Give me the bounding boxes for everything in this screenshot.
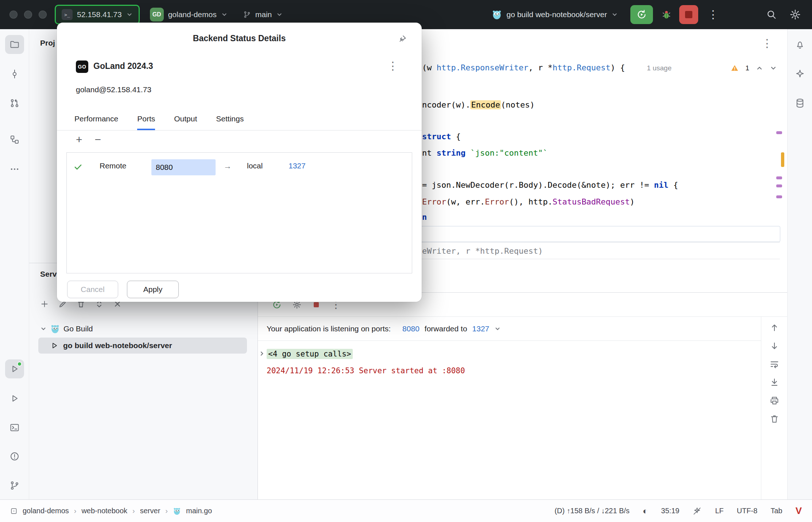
fold-chevron-icon[interactable] — [259, 350, 265, 357]
tab-ports[interactable]: Ports — [137, 114, 155, 130]
structure-icon — [9, 135, 20, 145]
remove-port-icon[interactable]: − — [95, 134, 101, 145]
run-toolwindow: ⋮ Your application is listening on ports… — [258, 292, 787, 499]
project-widget[interactable]: GD goland-demos — [146, 5, 231, 24]
add-port-icon[interactable]: + — [76, 134, 82, 145]
chevron-up-icon[interactable] — [756, 65, 763, 72]
tree-node-go-build[interactable]: Go Build — [40, 321, 93, 337]
code-segment: http.Request — [553, 63, 611, 72]
play-icon — [9, 393, 20, 404]
trash-icon[interactable] — [769, 414, 780, 424]
maximize-window-button[interactable] — [39, 11, 47, 19]
execute-toolwindow-button[interactable] — [5, 389, 24, 408]
arrow-up-icon[interactable] — [769, 323, 780, 333]
project-name: goland-demos — [168, 10, 217, 19]
code-line: = json.NewDecoder(r.Body).Decode(&note);… — [422, 177, 678, 193]
caret-position-widget[interactable]: 35:19 — [661, 507, 679, 515]
port-forwarding-row[interactable]: Remote → local 1327 — [67, 159, 412, 176]
gopher-icon — [50, 324, 60, 334]
tree-item-label: go build web-notebook/server — [63, 341, 172, 350]
indent-widget[interactable]: Tab — [770, 507, 782, 515]
popup-more-icon[interactable]: ⋮ — [387, 61, 398, 71]
console-folded-region[interactable]: <4 go setup calls> — [267, 346, 353, 362]
run-configuration-widget[interactable]: go build web-notebook/server — [488, 5, 622, 24]
forwarded-label: forwarded to — [425, 324, 467, 333]
more-dots-icon — [9, 164, 20, 174]
code-segment: nil — [654, 180, 669, 190]
rerun-button[interactable] — [630, 5, 653, 24]
chevron-down-icon[interactable] — [494, 326, 501, 332]
pin-icon[interactable] — [398, 34, 407, 44]
running-status-dot — [17, 362, 22, 366]
close-window-button[interactable] — [9, 11, 18, 19]
code-segment: nt — [422, 148, 437, 157]
line-separator-widget[interactable]: LF — [715, 507, 723, 515]
add-icon[interactable] — [40, 300, 49, 308]
console-side-toolbar — [761, 317, 787, 499]
commit-icon — [9, 69, 20, 79]
account-label: goland@52.158.41.73 — [76, 85, 151, 94]
transfer-rate-widget[interactable]: (D) ↑158 B/s / ↓221 B/s — [554, 507, 630, 515]
apply-button[interactable]: Apply — [127, 281, 179, 298]
print-icon[interactable] — [769, 396, 780, 406]
ai-assistant-button[interactable] — [793, 67, 807, 81]
stop-button[interactable] — [679, 5, 698, 24]
code-segment: = json.NewDecoder(r.Body).Decode(&note);… — [422, 180, 654, 190]
stop-icon — [685, 11, 692, 18]
database-icon — [795, 98, 805, 108]
cancel-button[interactable]: Cancel — [67, 281, 118, 298]
remote-host-widget[interactable]: >_ 52.158.41.73 — [55, 5, 140, 24]
chevron-down-icon[interactable] — [770, 65, 777, 72]
backend-status-popup: Backend Status Details GO GoLand 2024.3 … — [57, 23, 422, 302]
remote-port-input[interactable] — [151, 159, 216, 175]
project-toolwindow-button[interactable] — [5, 35, 24, 54]
version-control-toolwindow-button[interactable] — [5, 476, 24, 495]
code-segment: (w, err. — [446, 197, 485, 206]
terminal-toolwindow-button[interactable] — [5, 418, 24, 437]
ideavim-icon[interactable]: V — [796, 505, 802, 517]
breadcrumb-item[interactable]: goland-demos — [23, 507, 69, 515]
breadcrumb-separator: › — [74, 507, 77, 515]
branch-widget[interactable]: main — [239, 5, 287, 24]
pull-requests-toolwindow-button[interactable] — [5, 94, 24, 113]
contrast-icon[interactable]: ◐ — [643, 506, 648, 516]
structure-toolwindow-button[interactable] — [5, 130, 24, 149]
commit-toolwindow-button[interactable] — [5, 65, 24, 83]
console-output[interactable]: <4 go setup calls> 2024/11/19 12:26:53 S… — [258, 341, 761, 499]
minimize-window-button[interactable] — [24, 11, 32, 19]
tab-settings[interactable]: Settings — [216, 114, 244, 130]
git-branch-icon — [9, 480, 20, 491]
more-toolwindows-button[interactable] — [5, 160, 24, 179]
breadcrumb-file[interactable]: main.go — [186, 507, 212, 515]
arrow-right-icon: → — [224, 161, 232, 171]
debug-button[interactable] — [661, 9, 672, 20]
tree-item-run-config[interactable]: go build web-notebook/server — [38, 338, 247, 354]
settings-gear-icon[interactable] — [789, 9, 801, 20]
window-controls — [9, 11, 47, 19]
tab-output[interactable]: Output — [174, 114, 197, 130]
ai-status-icon[interactable] — [692, 506, 702, 516]
soft-wrap-icon[interactable] — [769, 359, 780, 369]
tab-performance[interactable]: Performance — [74, 114, 118, 130]
breadcrumb-separator: › — [165, 507, 168, 515]
code-segment: struct — [422, 132, 451, 141]
breadcrumb-item[interactable]: web-notebook — [81, 507, 127, 515]
editor-more-icon[interactable]: ⋮ — [762, 38, 773, 49]
local-port-link[interactable]: 1327 — [472, 324, 490, 333]
problems-toolwindow-button[interactable] — [5, 447, 24, 466]
forwarded-port-link[interactable]: 8080 — [402, 324, 419, 333]
inspection-widget[interactable]: 1 — [731, 64, 777, 72]
database-button[interactable] — [793, 97, 807, 110]
search-icon[interactable] — [766, 9, 777, 20]
encoding-widget[interactable]: UTF-8 — [737, 507, 758, 515]
notifications-button[interactable] — [793, 38, 807, 51]
scroll-to-end-icon[interactable] — [769, 377, 780, 387]
code-segment: `json:"content"` — [470, 148, 548, 157]
popup-tabs: Performance Ports Output Settings — [57, 109, 422, 130]
run-toolwindow-button[interactable] — [5, 359, 24, 378]
code-line: eWriter, r *http.Request) — [422, 243, 543, 259]
titlebar-more-icon[interactable]: ⋮ — [708, 9, 719, 20]
local-port-value[interactable]: 1327 — [289, 161, 306, 170]
breadcrumb-item[interactable]: server — [140, 507, 161, 515]
arrow-down-icon[interactable] — [769, 341, 780, 351]
